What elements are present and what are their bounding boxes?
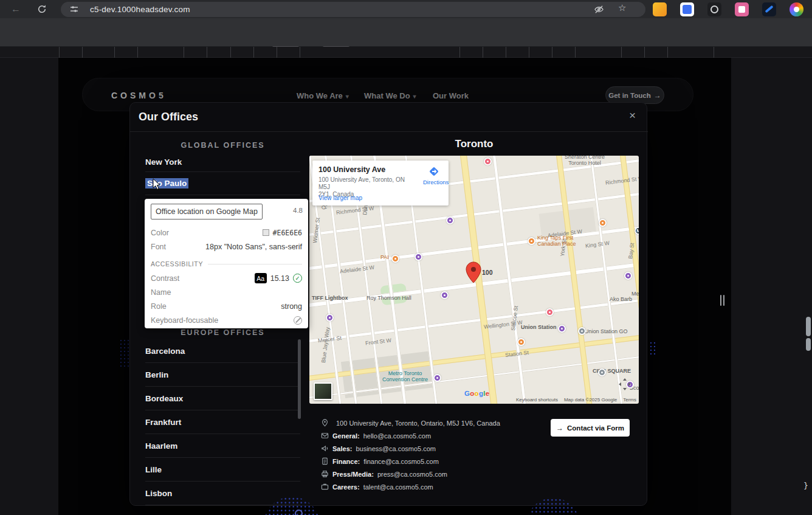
office-item[interactable]: Berlin [145,363,300,387]
font-label: Font [151,243,166,251]
a11y-name-label: Name [151,288,171,297]
global-offices-heading: GLOBAL OFFICES [145,141,300,150]
bookmark-star-icon[interactable] [618,2,626,13]
close-icon[interactable] [629,109,636,122]
contact-sales-row[interactable]: Sales:business@ca.cosmo5.com [321,444,436,452]
office-item[interactable]: Haarlem [145,434,300,458]
extension-icon[interactable] [790,2,803,16]
place-label: Metro TorontoConvention Centre [382,370,428,382]
place-label: PAI [380,254,389,260]
transit-icon[interactable] [624,272,632,280]
keyboard-shortcuts-link[interactable]: Keyboard shortcuts [516,397,558,403]
devtools-dock-resize-handle[interactable] [720,295,724,306]
color-value: #E6E6E6 [273,229,302,237]
document-icon [321,457,329,465]
devtools-device-toolbar: Dimensions: Responsive 1440 × 1000 60% N… [0,18,812,47]
decorative-dots [649,341,658,357]
arrow-right-icon [556,424,563,432]
dock-scrollbar[interactable] [806,317,811,336]
office-item-new-york[interactable]: New York [145,153,300,172]
media-query-ruler [0,47,812,58]
office-item[interactable]: Bordeaux [145,387,300,410]
contact-press-row[interactable]: Press/Media:press@ca.cosmo5.com [321,470,447,478]
contrast-pass-icon [293,274,302,283]
google-map[interactable]: Queen St W Richmond St W Richmond St W D… [309,156,639,404]
directions-icon [428,165,440,178]
place-label: King Taps FirstCanadian Place [537,235,576,247]
restaurant-icon[interactable] [599,219,607,227]
go-station-icon[interactable] [598,368,606,376]
go-station-icon[interactable] [578,327,586,335]
satellite-layer-toggle[interactable] [314,382,332,400]
extension-icon[interactable] [680,2,694,16]
extension-icon[interactable] [707,2,721,16]
street-label: Richmond St W [605,175,639,186]
contrast-label: Contrast [151,274,179,283]
modal-title: Our Offices [139,111,198,123]
transit-icon[interactable] [415,253,422,261]
back-icon[interactable] [11,0,21,18]
office-item-sao-paulo[interactable]: São Paulo [145,172,300,195]
extension-icon[interactable] [762,2,776,16]
transit-icon[interactable] [441,291,449,299]
terms-link[interactable]: Terms [623,397,636,403]
reload-icon[interactable] [37,4,47,14]
a11y-role-label: Role [151,302,167,311]
url-bar[interactable]: c5-dev.1000headsdev.com [61,2,645,17]
mouse-cursor [153,178,162,191]
place-label: Roy Thomson Hall [366,295,411,301]
street-label: Mercer St [318,335,342,344]
list-scrollbar[interactable] [298,339,301,419]
view-larger-map-link[interactable]: View larger map [318,195,362,201]
transit-icon[interactable] [326,314,334,322]
office-item[interactable]: Barcelona [145,339,300,363]
devtools-inspect-tooltip: Office location on Google Map 4.8 Color … [145,199,308,328]
restaurant-icon[interactable] [528,237,535,245]
attraction-icon[interactable] [484,157,492,165]
transit-icon[interactable] [446,216,454,224]
directions-button[interactable]: Directions [423,165,445,185]
transit-icon[interactable] [433,374,441,382]
inspected-element-size: 4.8 [293,207,303,214]
city-title: Toronto [309,138,639,150]
pan-expand-icon[interactable] [618,378,631,391]
extension-icon[interactable] [735,2,749,16]
inspect-selection: São Paulo [145,178,188,188]
extension-icon[interactable] [653,2,667,16]
url-text: c5-dev.1000headsdev.com [90,5,190,14]
office-item[interactable]: Frankfurt [145,410,300,434]
keyboard-focusable-label: Keyboard-focusable [151,316,218,325]
printer-icon [321,470,329,478]
decorative-ring-icon [295,510,303,515]
megaphone-icon [321,444,329,452]
inspected-element-name: Office location on Google Map [151,204,263,219]
contact-via-form-button[interactable]: Contact via Form [551,419,630,437]
restaurant-icon[interactable] [391,255,399,263]
place-label: Meridian [631,291,639,297]
contact-general-row[interactable]: General:hello@ca.cosmo5.com [321,432,431,440]
card-title: 100 University Ave [318,165,385,174]
place-label: Union Station GO [585,328,628,334]
map-info-card: 100 University Ave 100 University Ave, T… [312,161,449,206]
contact-careers-row[interactable]: Careers:talent@ca.cosmo5.com [321,483,433,491]
office-item[interactable]: Lille [145,458,300,482]
map-marker-icon[interactable] [466,261,481,283]
subway-m-icon[interactable]: M [635,227,639,235]
location-pin-icon [321,419,329,427]
map-attribution: Keyboard shortcuts Map data ©2025 Google… [516,397,636,403]
attraction-icon[interactable] [546,308,554,316]
place-label: Ako Barb [610,296,632,302]
google-logo: Google [464,390,489,397]
place-label: TIFF Lightbox [312,295,348,301]
site-settings-icon[interactable] [69,4,79,14]
eye-off-icon[interactable] [594,4,604,15]
accessibility-heading: ACCESSIBILITY [151,259,302,269]
transit-icon[interactable] [558,325,566,333]
restaurant-icon[interactable] [517,338,525,346]
page-viewport: COSMO5 Who We Are What We Do Our Work Ge… [58,58,731,515]
place-label: Sheraton CentreToronto Hotel [565,156,605,166]
dock-scrollbar[interactable] [806,338,811,351]
contact-finance-row[interactable]: Finance:finance@ca.cosmo5.com [321,457,439,465]
code-fragment: } [803,481,808,490]
envelope-icon [321,432,329,440]
